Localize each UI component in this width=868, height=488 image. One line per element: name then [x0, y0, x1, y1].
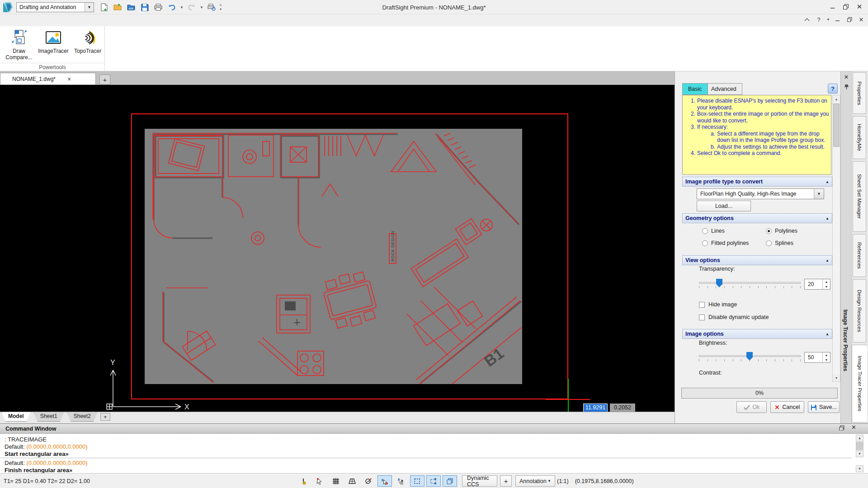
- entity-frame-toggle[interactable]: [426, 475, 441, 487]
- doc-minimize-icon[interactable]: [834, 15, 842, 23]
- scroll-down-icon[interactable]: ▼: [856, 450, 863, 457]
- tab-basic[interactable]: Basic: [682, 83, 708, 95]
- batch-print-button[interactable]: [206, 2, 217, 12]
- prompt-scroll-down-icon[interactable]: ▼: [856, 465, 863, 472]
- redo-button[interactable]: [186, 2, 197, 12]
- scroll-down-icon[interactable]: ▼: [833, 374, 840, 381]
- radio-lines[interactable]: Lines: [702, 228, 725, 234]
- load-profile-button[interactable]: Load...: [697, 201, 751, 211]
- save-button[interactable]: [139, 2, 150, 12]
- document-tab[interactable]: NONAME_1.dwg* ×: [0, 73, 96, 84]
- section-geometry-options[interactable]: Geometry options▲: [682, 213, 832, 223]
- command-window-titlebar[interactable]: Command Window: [0, 424, 868, 434]
- side-tab-sheet-set-manager[interactable]: Sheet Set Manager: [853, 161, 866, 232]
- print-button[interactable]: [153, 2, 164, 12]
- command-prompt-line[interactable]: Default: (0.0000,0.0000,0.0000): [5, 460, 88, 466]
- coordinate-input-secondary[interactable]: 0.2052: [610, 404, 635, 412]
- annotation-scale-select[interactable]: Annotation▼: [515, 475, 555, 487]
- redo-dropdown-icon[interactable]: ▼: [200, 5, 203, 9]
- scrollbar-thumb[interactable]: [856, 442, 863, 450]
- minimize-button[interactable]: [826, 0, 839, 14]
- chevron-down-icon[interactable]: ▼: [85, 3, 94, 12]
- side-tab-design-resources[interactable]: Design Resources: [853, 279, 866, 343]
- open-drawing-button[interactable]: [126, 2, 137, 12]
- doc-restore-icon[interactable]: [845, 15, 854, 23]
- side-tab-references[interactable]: References: [853, 234, 866, 277]
- spin-up-icon[interactable]: ▲: [823, 279, 830, 284]
- status-add-button[interactable]: +: [500, 475, 512, 487]
- pointer-track-toggle[interactable]: [312, 475, 327, 487]
- frame-toggle[interactable]: [410, 475, 425, 487]
- disable-dynamic-update-checkbox[interactable]: Disable dynamic update: [699, 314, 769, 320]
- undo-dropdown-icon[interactable]: ▼: [180, 5, 184, 9]
- coordinate-input-primary[interactable]: 11.9291: [583, 404, 608, 412]
- panel-scrollbar[interactable]: ▲ ▼: [832, 95, 840, 382]
- radio-splines[interactable]: Splines: [766, 240, 793, 246]
- tab-advanced[interactable]: Advanced: [706, 83, 742, 95]
- drawing-canvas[interactable]: ROCK DESIGN B1 Y X 11.9291 0.2052: [0, 85, 675, 412]
- section-view-options[interactable]: View options▲: [682, 255, 832, 265]
- radio-polylines[interactable]: Polylines: [766, 228, 797, 234]
- command-close-icon[interactable]: ✕: [851, 424, 856, 431]
- draw-compare-button[interactable]: Draw Compare...: [2, 28, 36, 61]
- command-float-icon[interactable]: [839, 425, 844, 431]
- scrollbar-thumb[interactable]: [833, 103, 840, 147]
- close-button[interactable]: ✕: [853, 0, 866, 14]
- command-prompt-line[interactable]: Finish rectangular area»: [5, 467, 72, 474]
- side-tab-homebyme[interactable]: HomeByMe: [853, 116, 866, 159]
- etrack-toggle[interactable]: E: [394, 475, 408, 487]
- profile-type-select[interactable]: FloorPlan High Quality, High-Res Image ▼: [697, 188, 824, 199]
- collapse-icon[interactable]: ▲: [826, 258, 829, 263]
- new-document-button[interactable]: +: [99, 75, 110, 84]
- snap-marker-toggle[interactable]: [296, 475, 311, 487]
- new-file-button[interactable]: [99, 2, 109, 12]
- topotracer-button[interactable]: TopoTracer: [71, 28, 105, 54]
- help-dropdown-icon[interactable]: ▼: [826, 18, 830, 22]
- polar-toggle[interactable]: [361, 475, 376, 487]
- transparency-slider[interactable]: [699, 278, 801, 290]
- collapse-icon[interactable]: ▲: [826, 180, 829, 184]
- sheet-tab-model[interactable]: Model: [1, 412, 31, 422]
- spin-down-icon[interactable]: ▼: [823, 357, 830, 362]
- ok-button[interactable]: Ok: [736, 401, 767, 413]
- sheet-tab-sheet1[interactable]: Sheet1: [33, 412, 64, 422]
- collapse-icon[interactable]: ▲: [826, 216, 829, 221]
- side-tab-image-tracer-properties[interactable]: Image Tracer Properties: [852, 345, 867, 422]
- section-image-options[interactable]: Image options▲: [682, 329, 832, 339]
- close-tab-icon[interactable]: ×: [67, 75, 71, 83]
- chevron-down-icon[interactable]: ▼: [814, 189, 824, 199]
- add-sheet-button[interactable]: +: [100, 413, 110, 421]
- scroll-up-icon[interactable]: ▲: [833, 95, 840, 103]
- transparency-spinbox[interactable]: 20 ▲▼: [804, 279, 830, 290]
- brightness-spinbox[interactable]: 50 ▲▼: [804, 352, 830, 363]
- collapse-ribbon-icon[interactable]: [803, 15, 811, 23]
- scroll-up-icon[interactable]: ▲: [856, 435, 863, 441]
- panel-help-button[interactable]: ?: [828, 84, 838, 94]
- spin-up-icon[interactable]: ▲: [823, 352, 830, 357]
- workspace-selector[interactable]: Drafting and Annotation ▼: [16, 2, 94, 12]
- section-image-profile[interactable]: Image profile type to convert▲: [682, 177, 832, 187]
- help-icon[interactable]: ?: [815, 15, 823, 23]
- dynamic-ccs-button[interactable]: Dynamic CCS: [462, 475, 497, 487]
- doc-close-icon[interactable]: ✕: [857, 15, 865, 23]
- undo-button[interactable]: [166, 2, 177, 12]
- cancel-button[interactable]: ✕ Cancel: [770, 401, 804, 413]
- qat-customize-icon[interactable]: ≡▾: [220, 3, 223, 11]
- open-file-button[interactable]: [112, 2, 123, 12]
- side-tab-properties[interactable]: Properties: [853, 72, 866, 114]
- pin-icon[interactable]: [843, 83, 850, 90]
- sheet-tab-sheet2[interactable]: Sheet2: [67, 412, 98, 422]
- save-button[interactable]: Save...: [808, 401, 840, 413]
- esnap-toggle[interactable]: E: [377, 475, 392, 487]
- imagetracer-button[interactable]: ImageTracer: [36, 28, 71, 54]
- grid-toggle[interactable]: [329, 475, 343, 487]
- layers-toggle[interactable]: [443, 475, 457, 487]
- snap-toggle[interactable]: [345, 475, 359, 487]
- radio-fitted-polylines[interactable]: Fitted polylines: [702, 240, 749, 246]
- restore-button[interactable]: [839, 0, 853, 14]
- panel-close-icon[interactable]: ✕: [843, 73, 850, 80]
- brightness-slider[interactable]: [699, 352, 801, 363]
- collapse-icon[interactable]: ▲: [826, 332, 829, 336]
- spin-down-icon[interactable]: ▼: [823, 284, 830, 289]
- hide-image-checkbox[interactable]: Hide image: [699, 301, 737, 308]
